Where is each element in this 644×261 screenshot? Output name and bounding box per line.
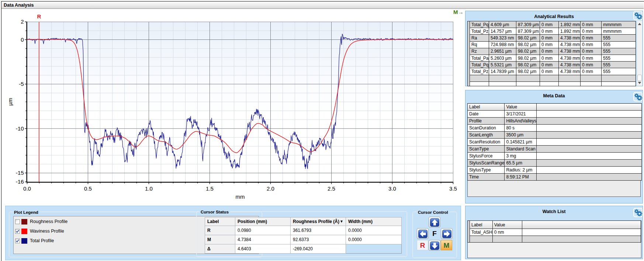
svg-text:0: 0 bbox=[21, 36, 24, 43]
svg-text:R: R bbox=[37, 13, 41, 20]
svg-text:mm: mm bbox=[236, 194, 245, 200]
svg-text:1.0: 1.0 bbox=[145, 185, 153, 192]
svg-text:3.0: 3.0 bbox=[388, 185, 396, 192]
svg-text:-15: -15 bbox=[16, 170, 24, 176]
svg-text:2: 2 bbox=[21, 18, 24, 25]
svg-text:0.5: 0.5 bbox=[84, 185, 92, 192]
svg-text:1.5: 1.5 bbox=[206, 185, 214, 192]
svg-text:µm: µm bbox=[7, 98, 13, 105]
svg-text:M→: M→ bbox=[453, 9, 464, 15]
svg-text:-10: -10 bbox=[16, 125, 24, 132]
svg-text:3.5: 3.5 bbox=[449, 185, 457, 192]
svg-text:2.5: 2.5 bbox=[328, 185, 335, 192]
svg-text:2.0: 2.0 bbox=[267, 185, 274, 192]
svg-text:-5: -5 bbox=[19, 81, 24, 87]
svg-text:-16: -16 bbox=[16, 178, 24, 185]
svg-text:0.0: 0.0 bbox=[23, 185, 31, 192]
